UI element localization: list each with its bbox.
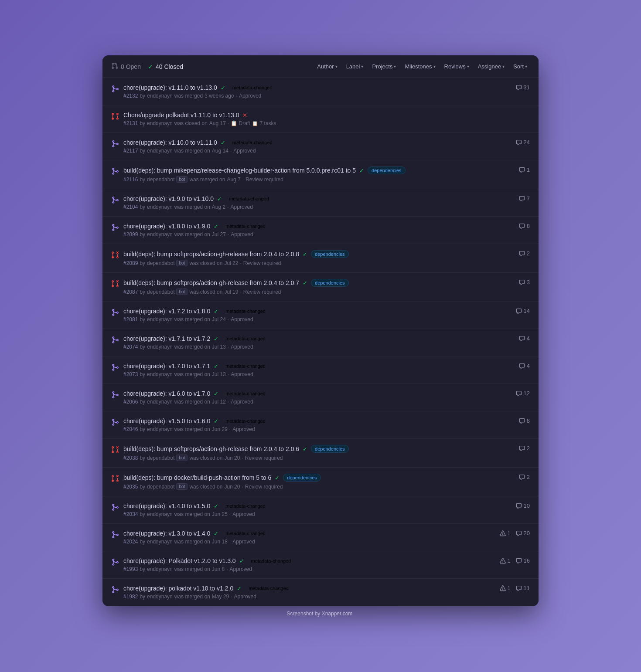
- closed-tab[interactable]: ✓ 40 Closed: [148, 63, 183, 70]
- badge-metadata-changed: metadata-changed: [222, 223, 269, 230]
- comment-count: 16: [516, 557, 530, 564]
- pr-title-line: chore(upgrade): v1.5.0 to v1.6.0✓metadat…: [123, 417, 515, 424]
- pr-author: dependabot: [147, 455, 174, 461]
- pr-title[interactable]: build(deps): bump softprops/action-gh-re…: [123, 445, 299, 452]
- comment-number: 4: [527, 335, 530, 342]
- pr-author: enddynayn: [147, 231, 173, 238]
- badge-metadata-changed: metadata-changed: [222, 390, 269, 397]
- pr-date: Aug 17: [209, 120, 226, 126]
- pr-date: Jul 13: [212, 371, 226, 377]
- pr-title-line: Chore/upgrade polkadot v1.11.0 to v1.13.…: [123, 112, 525, 119]
- pr-item: chore(upgrade): v1.7.0 to v1.7.1✓metadat…: [102, 356, 539, 384]
- pr-author: enddynayn: [147, 594, 173, 600]
- pr-extra: Approved: [231, 231, 253, 238]
- comment-number: 24: [524, 139, 530, 146]
- pr-extra: Approved: [232, 511, 255, 517]
- checkmark-icon: ✓: [148, 63, 153, 70]
- filter-label[interactable]: Label▾: [344, 61, 366, 71]
- pr-meta: #2087 by dependabot bot was closed on Ju…: [123, 288, 515, 295]
- pr-meta: #2034 by enddynayn was merged on Jun 25 …: [123, 511, 511, 517]
- pr-item: chore(upgrade): polkadot v1.10 to v1.2.0…: [102, 579, 539, 606]
- pr-author: enddynayn: [147, 539, 173, 545]
- pr-number: #2073: [123, 371, 138, 377]
- filter-reviews[interactable]: Reviews▾: [442, 61, 472, 71]
- pr-list-header: 0 Open ✓ 40 Closed Author▾Label▾Projects…: [102, 55, 539, 78]
- filter-author[interactable]: Author▾: [314, 61, 340, 71]
- filter-milestones[interactable]: Milestones▾: [402, 61, 438, 71]
- comment-number: 31: [524, 84, 530, 91]
- pr-number: #2038: [123, 455, 138, 461]
- merged-pr-icon: [111, 531, 119, 539]
- pr-item: chore(upgrade): v1.9.0 to v1.10.0✓metada…: [102, 189, 539, 217]
- warning-number: 1: [508, 530, 511, 536]
- badge-metadata-changed: metadata-changed: [245, 585, 292, 592]
- pr-title-line: chore(upgrade): v1.7.2 to v1.8.0✓metadat…: [123, 308, 511, 315]
- comment-number: 4: [527, 363, 530, 369]
- pr-title[interactable]: chore(upgrade): v1.7.2 to v1.8.0: [123, 308, 210, 315]
- pr-title[interactable]: chore(upgrade): v1.4.0 to v1.5.0: [123, 502, 210, 509]
- pr-title[interactable]: chore(upgrade): v1.7.1 to v1.7.2: [123, 335, 210, 342]
- comment-count: 14: [516, 308, 530, 314]
- pr-title[interactable]: chore(upgrade): v1.11.0 to v1.13.0: [123, 84, 217, 91]
- pr-number: #1993: [123, 566, 138, 572]
- pr-number: #2087: [123, 289, 138, 295]
- pr-title[interactable]: chore(upgrade): v1.6.0 to v1.7.0: [123, 390, 210, 397]
- pr-number: #2074: [123, 344, 138, 350]
- pr-author: dependabot: [147, 176, 174, 183]
- pr-author: enddynayn: [147, 511, 173, 517]
- comment-number: 20: [524, 530, 530, 536]
- filter-projects[interactable]: Projects▾: [369, 61, 399, 71]
- warning-number: 1: [508, 558, 511, 564]
- pr-author: enddynayn: [147, 371, 173, 377]
- pr-title[interactable]: build(deps): bump softprops/action-gh-re…: [123, 251, 299, 258]
- pr-meta: #2131 by enddynayn was closed on Aug 17 …: [123, 120, 525, 126]
- merged-pr-icon: [111, 224, 119, 231]
- pr-meta: #2099 by enddynayn was merged on Jul 27 …: [123, 231, 515, 238]
- pr-title[interactable]: chore(upgrade): v1.10.0 to v1.11.0: [123, 139, 217, 146]
- pr-title[interactable]: Chore/upgrade polkadot v1.11.0 to v1.13.…: [123, 112, 239, 119]
- filter-sort[interactable]: Sort▾: [511, 61, 530, 71]
- merged-pr-icon: [111, 558, 119, 566]
- pr-right: 4: [519, 363, 530, 369]
- merged-pr-icon: [111, 503, 119, 511]
- pr-title[interactable]: build(deps): bump docker/build-push-acti…: [123, 474, 271, 481]
- pr-content: chore(upgrade): v1.4.0 to v1.5.0✓metadat…: [123, 502, 511, 517]
- pr-extra: Approved: [231, 344, 253, 350]
- filter-assignee[interactable]: Assignee▾: [475, 61, 507, 71]
- pr-author: enddynayn: [147, 204, 173, 210]
- pr-extra: Approved: [239, 93, 261, 99]
- pr-title[interactable]: chore(upgrade): v1.3.0 to v1.4.0: [123, 530, 210, 537]
- pr-extra: Approved: [231, 371, 253, 377]
- pr-title[interactable]: chore(upgrade): v1.8.0 to v1.9.0: [123, 223, 210, 230]
- pr-item: build(deps): bump softprops/action-gh-re…: [102, 439, 539, 468]
- pr-extra: Approved: [230, 566, 252, 572]
- pr-date: Jul 24: [212, 316, 226, 322]
- pr-number: #2066: [123, 399, 138, 405]
- badge-metadata-changed: metadata-changed: [248, 557, 295, 564]
- pr-title[interactable]: chore(upgrade): Polkadot v1.2.0 to v1.3.…: [123, 557, 236, 564]
- pr-item: chore(upgrade): v1.10.0 to v1.11.0✓metad…: [102, 133, 539, 160]
- pr-title[interactable]: build(deps): bump softprops/action-gh-re…: [123, 279, 299, 286]
- pr-right: 4: [519, 335, 530, 342]
- pr-title[interactable]: chore(upgrade): polkadot v1.10 to v1.2.0: [123, 585, 233, 592]
- check-icon: ✓: [359, 167, 364, 174]
- merged-pr-icon: [111, 391, 119, 399]
- comment-count: 24: [516, 139, 530, 146]
- pr-right: 2: [519, 250, 530, 257]
- check-icon: ✓: [214, 418, 218, 424]
- pr-title-line: chore(upgrade): v1.9.0 to v1.10.0✓metada…: [123, 195, 515, 202]
- closed-pr-icon: [111, 251, 119, 259]
- draft-label: 📋 Draft: [231, 120, 250, 126]
- pr-title[interactable]: chore(upgrade): v1.7.0 to v1.7.1: [123, 363, 210, 370]
- pr-date: Aug 7: [227, 176, 240, 183]
- pr-date: Jul 19: [224, 289, 238, 295]
- pr-title[interactable]: chore(upgrade): v1.9.0 to v1.10.0: [123, 195, 214, 202]
- open-tab[interactable]: 0 Open: [111, 62, 141, 71]
- pr-right: 120: [500, 530, 530, 536]
- pr-right: 2: [519, 445, 530, 451]
- comment-number: 1: [527, 166, 530, 173]
- pr-title[interactable]: build(deps): bump mikepenz/release-chang…: [123, 167, 356, 174]
- check-icon: ✓: [214, 363, 218, 370]
- pr-title[interactable]: chore(upgrade): v1.5.0 to v1.6.0: [123, 417, 210, 424]
- check-icon: ✓: [303, 446, 307, 452]
